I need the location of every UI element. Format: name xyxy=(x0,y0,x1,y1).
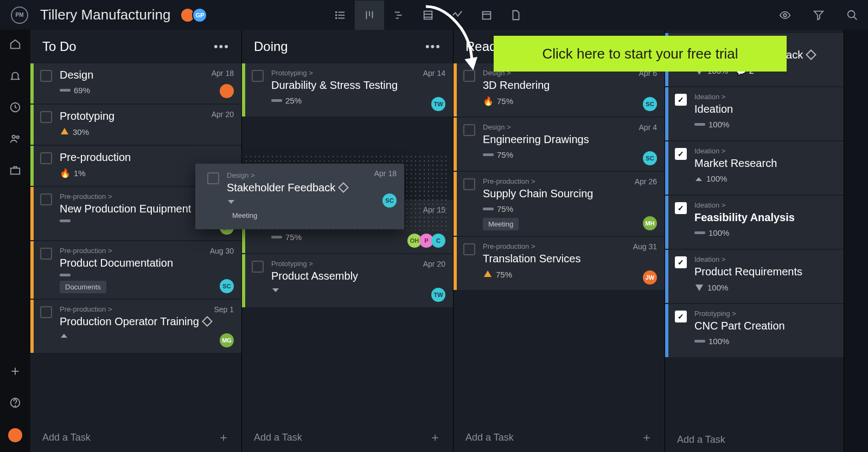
board-view-icon[interactable] xyxy=(355,1,384,30)
assignee-avatar[interactable]: SC xyxy=(382,193,397,208)
task-checkbox[interactable] xyxy=(40,306,52,318)
task-card[interactable]: ✓Prototyping >CNC Part Creation 100% xyxy=(665,304,844,357)
task-checkbox[interactable] xyxy=(463,178,475,190)
task-checkbox[interactable]: ✓ xyxy=(675,311,687,322)
task-title: Feasibility Analysis xyxy=(694,211,836,224)
task-date: Aug 31 xyxy=(633,242,657,251)
task-checkbox[interactable]: ✓ xyxy=(675,202,687,214)
svg-marker-36 xyxy=(228,200,234,204)
column-title: Doing xyxy=(254,39,288,54)
svg-marker-34 xyxy=(695,177,702,181)
gantt-view-icon[interactable] xyxy=(384,1,413,30)
task-crumb: Ideation > xyxy=(694,147,836,155)
task-crumb: Prototyping > xyxy=(694,309,836,318)
task-card[interactable]: ✓Ideation >Ideation 100% xyxy=(665,87,844,140)
assignee-avatar[interactable] xyxy=(222,84,234,98)
files-view-icon[interactable] xyxy=(501,1,531,30)
search-icon[interactable] xyxy=(846,9,858,21)
task-title: Product Assembly xyxy=(271,270,445,282)
assignee-avatar[interactable]: MG xyxy=(222,333,234,347)
task-checkbox[interactable] xyxy=(40,70,52,82)
assignee-avatar[interactable]: TW xyxy=(433,288,445,302)
pm-logo[interactable]: PM xyxy=(11,7,28,24)
task-title: Market Research xyxy=(694,157,836,170)
task-crumb: Ideation > xyxy=(694,255,836,263)
task-checkbox[interactable] xyxy=(40,152,52,164)
task-crumb: Pre-production > xyxy=(483,177,657,185)
member-avatars[interactable]: GP xyxy=(183,8,207,23)
task-checkbox[interactable]: ✓ xyxy=(675,148,687,160)
task-date: Apr 20 xyxy=(423,260,445,268)
home-icon[interactable] xyxy=(9,38,21,50)
assignee-avatar[interactable]: SC xyxy=(645,151,657,165)
task-tag: Documents xyxy=(60,281,106,293)
briefcase-icon[interactable] xyxy=(9,164,21,176)
task-checkbox[interactable]: ✓ xyxy=(675,94,687,106)
assignee-avatar[interactable]: SC xyxy=(222,279,234,293)
svg-marker-29 xyxy=(61,128,68,134)
assignee-avatar[interactable]: TW xyxy=(433,97,445,111)
task-card[interactable]: Pre-production >Product DocumentationDoc… xyxy=(30,241,241,299)
task-title: Product Documentation xyxy=(60,257,234,269)
task-crumb: Design > xyxy=(483,123,657,131)
task-card[interactable]: Pre-production >Supply Chain Sourcing 75… xyxy=(454,172,665,236)
task-checkbox[interactable]: ✓ xyxy=(675,256,687,268)
task-card[interactable]: ✓Ideation >Market Research 100% xyxy=(665,141,844,195)
task-checkbox[interactable] xyxy=(252,261,264,273)
dragging-card[interactable]: Design > Stakeholder Feedback Meeting Ap… xyxy=(195,164,404,229)
svg-line-20 xyxy=(854,16,857,20)
task-checkbox[interactable] xyxy=(252,70,264,82)
add-task-button[interactable]: Add a Task＋ xyxy=(30,423,241,452)
task-checkbox[interactable] xyxy=(207,172,219,184)
task-card[interactable]: Prototyping 30%Apr 20 xyxy=(30,105,241,145)
task-crumb: Pre-production > xyxy=(60,305,234,313)
task-card[interactable]: Pre-production >Production Operator Trai… xyxy=(30,300,241,353)
assignee-avatar[interactable]: OHPC xyxy=(410,234,445,248)
task-checkbox[interactable] xyxy=(463,70,475,82)
free-trial-cta[interactable]: Click here to start your free trial xyxy=(494,36,787,72)
add-task-button[interactable]: Add a Task＋ xyxy=(454,423,665,452)
task-checkbox[interactable] xyxy=(463,124,475,136)
bell-icon[interactable] xyxy=(9,70,21,82)
task-card[interactable]: Design >Engineering Drawings 75%Apr 4SC xyxy=(454,118,665,171)
column-menu-icon[interactable]: ••• xyxy=(214,40,229,54)
add-task-button[interactable]: Add a Task＋ xyxy=(242,423,453,452)
task-date: Apr 20 xyxy=(212,110,234,119)
kanban-board: To Do ••• Design 69%Apr 18Prototyping 30… xyxy=(30,30,868,452)
svg-point-23 xyxy=(16,136,19,139)
user-avatar[interactable] xyxy=(8,428,22,442)
milestone-icon xyxy=(338,182,349,193)
task-title: Design xyxy=(60,69,234,81)
assignee-avatar[interactable]: JW xyxy=(645,270,657,285)
task-checkbox[interactable] xyxy=(40,248,52,260)
eye-icon[interactable] xyxy=(779,9,791,21)
task-title: Durability & Stress Testing xyxy=(271,79,445,92)
task-checkbox[interactable] xyxy=(40,193,52,205)
milestone-icon xyxy=(202,316,213,327)
task-date: Apr 18 xyxy=(212,69,234,78)
task-title: Ideation xyxy=(694,103,836,115)
task-checkbox[interactable] xyxy=(40,111,52,123)
filter-icon[interactable] xyxy=(813,9,825,21)
clock-icon[interactable] xyxy=(9,101,21,113)
help-icon[interactable] xyxy=(9,397,21,409)
svg-point-5 xyxy=(336,17,337,18)
add-icon[interactable] xyxy=(9,365,21,377)
people-icon[interactable] xyxy=(9,133,21,145)
assignee-avatar[interactable]: MH xyxy=(645,216,657,230)
task-card[interactable]: Pre-production >Translation Services 75%… xyxy=(454,237,665,290)
left-sidebar xyxy=(0,30,30,452)
chevron-down-icon[interactable] xyxy=(227,198,235,205)
task-card[interactable]: ✓Ideation >Feasibility Analysis 100% xyxy=(665,196,844,249)
list-view-icon[interactable] xyxy=(326,1,355,30)
milestone-icon xyxy=(806,49,816,60)
task-crumb: Ideation > xyxy=(694,93,836,101)
task-checkbox[interactable] xyxy=(463,243,475,255)
add-task-button[interactable]: Add a Task xyxy=(665,428,844,452)
task-card[interactable]: Prototyping >Product AssemblyApr 20TW xyxy=(242,254,453,307)
svg-rect-24 xyxy=(11,168,20,174)
assignee-avatar[interactable]: SC xyxy=(645,97,657,111)
task-crumb: Ideation > xyxy=(694,201,836,209)
task-card[interactable]: ✓Ideation >Product Requirements 100% xyxy=(665,250,844,303)
task-card[interactable]: Design 69%Apr 18 xyxy=(30,63,241,104)
